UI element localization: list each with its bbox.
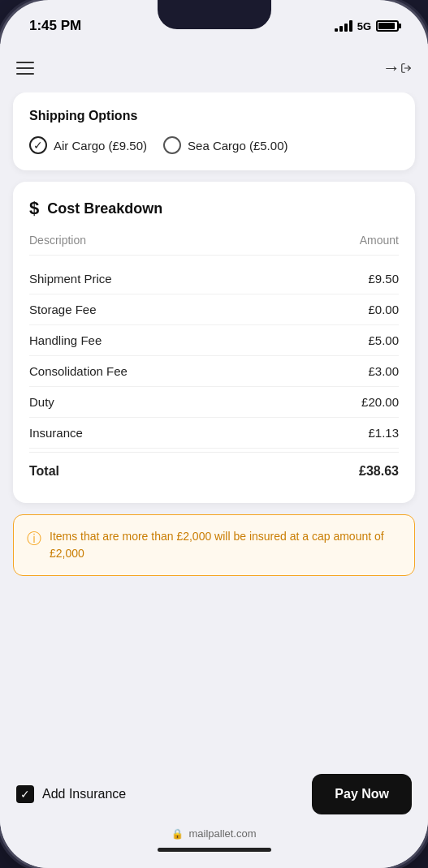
cost-row: Duty£20.00: [29, 387, 399, 418]
row-label: Total: [29, 464, 59, 479]
shipping-title: Shipping Options: [29, 109, 399, 123]
domain-text: mailpallet.com: [188, 827, 256, 840]
notch: [158, 0, 271, 29]
checkbox-check-icon: ✓: [20, 788, 30, 801]
home-indicator: [158, 848, 271, 852]
insurance-checkbox[interactable]: ✓: [16, 785, 34, 803]
cost-row: Shipment Price£9.50: [29, 264, 399, 294]
insurance-label: Add Insurance: [42, 787, 126, 801]
air-cargo-option[interactable]: ✓ Air Cargo (£9.50): [29, 136, 147, 154]
warning-icon: ⓘ: [27, 529, 41, 548]
cost-breakdown-card: $ Cost Breakdown Description Amount Ship…: [13, 182, 415, 503]
status-time: 1:45 PM: [29, 18, 81, 34]
air-cargo-radio[interactable]: ✓: [29, 136, 47, 154]
row-amount: £9.50: [368, 272, 399, 286]
warning-text: Items that are more than £2,000 will be …: [50, 528, 401, 562]
cost-rows-container: Shipment Price£9.50Storage Fee£0.00Handl…: [29, 264, 399, 487]
logout-icon[interactable]: →︎: [383, 54, 412, 83]
warning-card: ⓘ Items that are more than £2,000 will b…: [13, 514, 415, 576]
cost-row: Total£38.63: [29, 452, 399, 487]
row-label: Insurance: [29, 426, 83, 440]
shipping-options-group: ✓ Air Cargo (£9.50) Sea Cargo (£5.00): [29, 136, 399, 154]
col-description-header: Description: [29, 234, 86, 247]
row-label: Shipment Price: [29, 272, 112, 286]
cost-table: Description Amount Shipment Price£9.50St…: [29, 234, 399, 487]
phone-frame: 1:45 PM 5G →︎: [0, 0, 428, 868]
battery-icon: [376, 20, 399, 32]
nav-bar: →︎: [0, 44, 428, 92]
row-amount: £0.00: [368, 303, 399, 316]
cost-row: Storage Fee£0.00: [29, 294, 399, 325]
footer: 🔒 mailpallet.com: [0, 823, 428, 868]
col-amount-header: Amount: [360, 234, 399, 247]
row-label: Handling Fee: [29, 333, 102, 347]
bottom-bar: ✓ Add Insurance Pay Now: [0, 761, 428, 823]
row-label: Duty: [29, 395, 54, 409]
lock-icon: 🔒: [171, 828, 184, 840]
sea-cargo-label: Sea Cargo (£5.00): [188, 139, 287, 153]
row-amount: £20.00: [361, 395, 399, 409]
shipping-options-card: Shipping Options ✓ Air Cargo (£9.50) Sea…: [13, 92, 415, 170]
row-label: Storage Fee: [29, 303, 97, 316]
row-amount: £5.00: [368, 333, 399, 347]
cost-row: Consolidation Fee£3.00: [29, 356, 399, 387]
row-amount: £1.13: [368, 426, 399, 440]
menu-icon[interactable]: [16, 54, 45, 83]
cost-title: Cost Breakdown: [47, 200, 162, 217]
table-divider: [29, 255, 399, 256]
footer-domain: 🔒 mailpallet.com: [171, 827, 256, 840]
sea-cargo-option[interactable]: Sea Cargo (£5.00): [163, 136, 287, 154]
sea-cargo-radio[interactable]: [163, 136, 181, 154]
dollar-icon: $: [29, 198, 39, 219]
insurance-checkbox-group[interactable]: ✓ Add Insurance: [16, 785, 126, 803]
network-label: 5G: [357, 20, 371, 32]
cost-row: Insurance£1.13: [29, 418, 399, 449]
signal-bars-icon: [335, 20, 352, 32]
app-content: →︎ Shipping Options ✓ Air Cargo: [0, 44, 428, 868]
status-icons: 5G: [335, 20, 399, 32]
row-amount: £38.63: [359, 464, 399, 479]
cost-row: Handling Fee£5.00: [29, 325, 399, 356]
cost-header: $ Cost Breakdown: [29, 198, 399, 219]
row-amount: £3.00: [368, 364, 399, 378]
pay-now-button[interactable]: Pay Now: [312, 774, 412, 814]
scroll-area: Shipping Options ✓ Air Cargo (£9.50) Sea…: [0, 92, 428, 761]
row-label: Consolidation Fee: [29, 364, 128, 378]
cost-table-header: Description Amount: [29, 234, 399, 247]
air-cargo-label: Air Cargo (£9.50): [54, 139, 147, 153]
